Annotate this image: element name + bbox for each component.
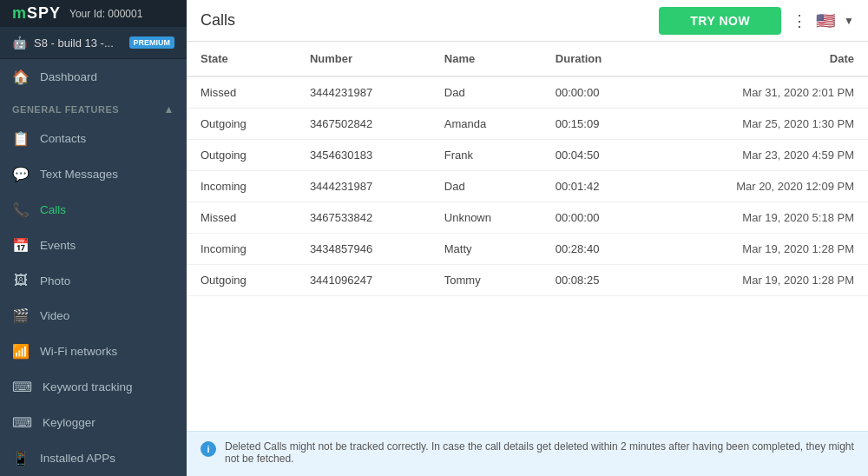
calls-icon: 📞 — [12, 202, 30, 218]
cell-date: Mar 19, 2020 1:28 PM — [652, 265, 868, 296]
cell-state: Incoming — [187, 234, 296, 265]
sidebar-item-keyword-tracking-label: Keyword tracking — [43, 380, 133, 393]
calls-table-wrapper: State Number Name Duration Date Missed 3… — [187, 42, 868, 431]
sidebar-item-calls-label: Calls — [40, 203, 66, 216]
wifi-icon: 📶 — [12, 343, 30, 360]
events-icon: 📅 — [12, 237, 30, 254]
home-icon: 🏠 — [12, 69, 30, 85]
video-icon: 🎬 — [12, 307, 30, 324]
cell-number: 3444231987 — [296, 76, 431, 109]
sidebar-item-video-label: Video — [40, 309, 69, 322]
sidebar: mSPY Your Id: 000001 🤖 S8 - build 13 -..… — [0, 0, 187, 476]
sidebar-item-installed-apps[interactable]: 📱 Installed APPs — [0, 440, 187, 476]
sidebar-item-installed-apps-label: Installed APPs — [40, 452, 115, 465]
general-features-label: GENERAL FEATURES — [12, 104, 119, 115]
sidebar-item-events[interactable]: 📅 Events — [0, 228, 187, 263]
cell-date: Mar 19, 2020 1:28 PM — [652, 234, 868, 265]
cell-duration: 00:04:50 — [542, 140, 652, 171]
cell-name: Matty — [431, 234, 542, 265]
table-row: Missed 3444231987 Dad 00:00:00 Mar 31, 2… — [187, 76, 868, 109]
col-date: Date — [652, 42, 868, 76]
col-state: State — [187, 42, 296, 76]
chevron-up-icon: ▲ — [164, 103, 174, 116]
cell-state: Outgoing — [187, 109, 296, 140]
table-row: Outgoing 3454630183 Frank 00:04:50 Mar 2… — [187, 140, 868, 171]
cell-name: Unknown — [431, 202, 542, 234]
general-features-section: GENERAL FEATURES ▲ — [0, 95, 187, 121]
cell-date: Mar 31, 2020 2:01 PM — [652, 76, 868, 109]
cell-state: Missed — [187, 202, 296, 234]
table-row: Outgoing 3467502842 Amanda 00:15:09 Mar … — [187, 109, 868, 140]
sidebar-item-keylogger-label: Keylogger — [43, 416, 95, 429]
cell-date: Mar 25, 2020 1:30 PM — [652, 109, 868, 140]
calls-table: State Number Name Duration Date Missed 3… — [187, 42, 868, 296]
info-icon: i — [201, 441, 216, 457]
sidebar-item-photo-label: Photo — [40, 274, 70, 288]
cell-name: Amanda — [431, 109, 542, 140]
cell-duration: 00:28:40 — [542, 234, 652, 265]
table-row: Missed 3467533842 Unknown 00:00:00 Mar 1… — [187, 202, 868, 234]
table-header-row: State Number Name Duration Date — [187, 42, 868, 76]
table-row: Outgoing 3441096247 Tommy 00:08:25 Mar 1… — [187, 265, 868, 296]
photo-icon: 🖼 — [12, 273, 30, 288]
more-options-icon[interactable]: ⋮ — [792, 11, 807, 30]
messages-icon: 💬 — [12, 166, 30, 182]
cell-date: Mar 23, 2020 4:59 PM — [652, 140, 868, 171]
sidebar-item-text-messages[interactable]: 💬 Text Messages — [0, 156, 187, 192]
cell-name: Dad — [431, 171, 542, 202]
try-now-button[interactable]: TRY NOW — [659, 7, 781, 35]
sidebar-item-text-messages-label: Text Messages — [40, 168, 118, 181]
cell-number: 3441096247 — [296, 265, 431, 296]
logo: mSPY — [12, 4, 61, 23]
device-name: S8 - build 13 -... — [34, 36, 122, 50]
sidebar-item-wifi-networks[interactable]: 📶 Wi-Fi networks — [0, 334, 187, 369]
cell-state: Outgoing — [187, 265, 296, 296]
cell-duration: 00:15:09 — [542, 109, 652, 140]
sidebar-item-photo[interactable]: 🖼 Photo — [0, 263, 187, 298]
cell-duration: 00:00:00 — [542, 76, 652, 109]
cell-number: 3467533842 — [296, 202, 431, 234]
cell-number: 3444231987 — [296, 171, 431, 202]
sidebar-item-keylogger[interactable]: ⌨ Keylogger — [0, 405, 187, 440]
cell-state: Outgoing — [187, 140, 296, 171]
page-title: Calls — [201, 11, 648, 30]
sidebar-header: mSPY Your Id: 000001 — [0, 0, 187, 27]
col-number: Number — [296, 42, 431, 76]
sidebar-item-contacts[interactable]: 📋 Contacts — [0, 121, 187, 156]
top-bar: Calls TRY NOW ⋮ 🇺🇸 ▼ — [187, 0, 868, 42]
sidebar-item-dashboard-label: Dashboard — [40, 70, 97, 83]
chevron-down-icon[interactable]: ▼ — [844, 15, 854, 27]
keyword-icon: ⌨ — [12, 379, 32, 395]
info-bar: i Deleted Calls might not be tracked cor… — [187, 431, 868, 476]
cell-duration: 00:00:00 — [542, 202, 652, 234]
cell-name: Frank — [431, 140, 542, 171]
cell-state: Missed — [187, 76, 296, 109]
sidebar-item-dashboard[interactable]: 🏠 Dashboard — [0, 59, 187, 95]
cell-date: Mar 19, 2020 5:18 PM — [652, 202, 868, 234]
cell-number: 3454630183 — [296, 140, 431, 171]
top-bar-actions: ⋮ 🇺🇸 ▼ — [792, 11, 854, 30]
flag-icon[interactable]: 🇺🇸 — [816, 11, 835, 30]
sidebar-item-contacts-label: Contacts — [40, 132, 86, 145]
col-name: Name — [431, 42, 542, 76]
cell-duration: 00:01:42 — [542, 171, 652, 202]
sidebar-item-keyword-tracking[interactable]: ⌨ Keyword tracking — [0, 369, 187, 405]
cell-number: 3467502842 — [296, 109, 431, 140]
sidebar-item-events-label: Events — [40, 239, 76, 252]
premium-badge: PREMIUM — [129, 36, 175, 49]
device-row[interactable]: 🤖 S8 - build 13 -... PREMIUM — [0, 27, 187, 59]
user-id: Your Id: 000001 — [69, 8, 142, 20]
sidebar-item-calls[interactable]: 📞 Calls — [0, 192, 187, 228]
info-text: Deleted Calls might not be tracked corre… — [225, 440, 854, 465]
contacts-icon: 📋 — [12, 130, 30, 147]
sidebar-item-video[interactable]: 🎬 Video — [0, 298, 187, 334]
cell-name: Dad — [431, 76, 542, 109]
main-content: Calls TRY NOW ⋮ 🇺🇸 ▼ State Number Name D… — [187, 0, 868, 476]
cell-duration: 00:08:25 — [542, 265, 652, 296]
cell-name: Tommy — [431, 265, 542, 296]
installed-apps-icon: 📱 — [12, 450, 30, 466]
keylogger-icon: ⌨ — [12, 414, 32, 431]
cell-number: 3434857946 — [296, 234, 431, 265]
col-duration: Duration — [542, 42, 652, 76]
table-row: Incoming 3434857946 Matty 00:28:40 Mar 1… — [187, 234, 868, 265]
